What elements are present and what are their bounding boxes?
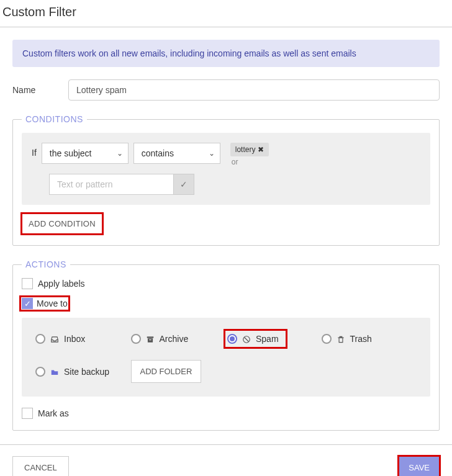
folder-option-spam[interactable]: Spam [226,331,285,346]
folders-box: Inbox Archive Spam [22,318,430,397]
add-folder-button[interactable]: ADD FOLDER [131,360,202,383]
save-button[interactable]: SAVE [399,456,440,476]
conditions-legend: CONDITIONS [22,114,87,124]
folder-label: Spam [256,334,279,344]
mark-as-option[interactable]: Mark as [22,408,430,419]
chevron-down-icon: ⌄ [209,149,215,158]
radio-icon [35,334,45,344]
confirm-pattern-button[interactable]: ✓ [173,174,194,195]
radio-icon [322,334,332,344]
name-input[interactable] [68,79,440,101]
folder-label: Archive [160,334,189,344]
inbox-icon [50,334,59,344]
condition-tag-text: lottery [235,145,256,154]
check-icon: ✓ [180,179,188,189]
svg-line-4 [245,338,249,342]
archive-icon [146,334,155,344]
if-label: If [32,143,37,158]
add-condition-button[interactable]: ADD CONDITION [22,213,102,234]
svg-rect-1 [147,339,152,343]
or-label: or [230,158,269,166]
field-select-value: the subject [50,148,92,158]
svg-rect-2 [149,339,151,340]
cancel-button[interactable]: CANCEL [12,456,69,476]
ban-icon [242,334,251,344]
svg-rect-0 [147,337,153,338]
actions-panel: ACTIONS Apply labels ✓ Move to [12,259,440,431]
mark-as-label: Mark as [38,408,69,418]
radio-icon [131,334,141,344]
folder-icon [50,367,59,377]
dialog-title: Custom Filter [0,0,452,27]
radio-icon [227,334,237,344]
divider [0,27,452,27]
checkbox-icon: ✓ [22,298,33,309]
conditions-panel: CONDITIONS If the subject ⌄ contains ⌄ l… [12,114,440,246]
apply-labels-label: Apply labels [38,279,85,289]
folder-label: Site backup [64,367,109,377]
move-to-label: Move to [37,299,68,308]
checkbox-icon [22,278,33,289]
info-banner: Custom filters work on all new emails, i… [12,40,440,67]
pattern-input[interactable] [49,174,173,195]
close-icon[interactable]: ✖ [258,145,264,154]
apply-labels-option[interactable]: Apply labels [22,278,430,289]
actions-legend: ACTIONS [22,259,70,269]
match-select-value: contains [142,148,174,158]
match-select[interactable]: contains ⌄ [133,143,220,164]
radio-icon [35,367,45,377]
chevron-down-icon: ⌄ [117,149,123,158]
trash-icon [337,334,345,344]
folder-option-archive[interactable]: Archive [131,331,189,346]
folder-option-backup[interactable]: Site backup [35,360,109,383]
folder-label: Inbox [64,334,85,344]
folder-label: Trash [350,334,372,344]
condition-block: If the subject ⌄ contains ⌄ lottery ✖ [22,133,430,205]
condition-tag[interactable]: lottery ✖ [230,143,269,156]
field-select[interactable]: the subject ⌄ [42,143,129,164]
move-to-option[interactable]: ✓ Move to [22,298,68,309]
folder-option-trash[interactable]: Trash [322,331,372,346]
name-label: Name [12,85,68,95]
checkbox-icon [22,408,33,419]
folder-option-inbox[interactable]: Inbox [35,331,85,346]
